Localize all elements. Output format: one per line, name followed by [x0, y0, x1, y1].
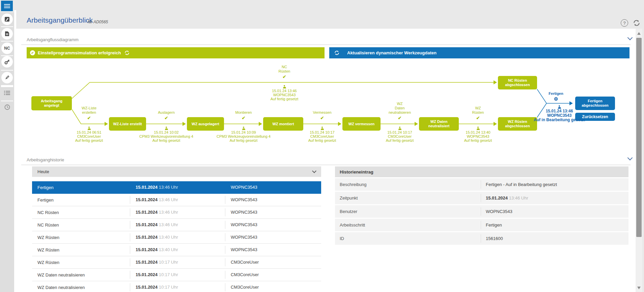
node-nc-ruesten-abgeschlossen[interactable]: NC Rüsten abgschlossen — [498, 76, 537, 89]
update-tooldata-banner[interactable]: Aktualisieren dynamischer Werkzeugdaten — [329, 47, 629, 58]
sidebar — [0, 12, 14, 292]
drill-tool-icon — [4, 75, 10, 81]
table-row[interactable]: WZ Rüsten 15.01.2024 13:40 Uhr WOPNC3543 — [32, 244, 321, 256]
table-row[interactable]: NC Rüsten 15.01.2024 13:46 Uhr WOPNC3543 — [32, 219, 321, 231]
table-row[interactable]: WZ Rüsten 15.01.2024 13:40 Uhr WOPNC3543 — [32, 231, 321, 244]
help-icon: ? — [623, 21, 625, 26]
history-detail-panel: Historieneintrag Beschreibung Fertigen -… — [335, 166, 628, 245]
check-icon: ✔ — [476, 115, 480, 121]
nc-icon: NC — [4, 46, 10, 51]
user-icon — [558, 105, 561, 109]
help-button[interactable]: ? — [621, 19, 628, 27]
transition-wz-ruesten: WZ Rüsten ✔ — [444, 94, 512, 121]
transition-wz-liste-erstellen: WZ-Liste erstellen ✔ — [55, 94, 123, 121]
user-icon — [242, 127, 245, 130]
transition-nc-ruesten: NC Rüsten ✔ — [251, 57, 318, 79]
app-window: NC Arbeitsgangüberblick für AD0565 ? Arb… — [0, 0, 644, 292]
check-icon: ✔ — [398, 115, 402, 121]
detail-row-zeitpunkt: Zeitpunkt 15.01.2024 13:46 Uhr — [335, 192, 628, 204]
table-row[interactable]: Fertigen 15.01.2024 13:46 Uhr WOPNC3543 — [32, 194, 321, 206]
transition-auslagern: Auslagern ✔ — [133, 94, 200, 121]
key-icon — [4, 59, 10, 65]
clock-icon — [4, 104, 10, 111]
sidebar-item-tool[interactable] — [1, 72, 13, 83]
document-icon — [5, 31, 9, 36]
edit-document-icon — [4, 17, 10, 22]
vertical-scrollbar[interactable] — [636, 29, 642, 292]
gear-icon: ⚙ — [554, 96, 558, 102]
table-row[interactable]: WZ Daten neutralisieren 15.01.2024 10:17… — [32, 269, 321, 281]
scroll-down-arrow[interactable] — [637, 287, 641, 289]
history-table: Fertigen 15.01.2024 13:46 Uhr WOPNC3543 … — [32, 181, 321, 292]
page-subtitle: für AD0565 — [88, 20, 108, 24]
table-row[interactable]: NC Rüsten 15.01.2024 13:46 Uhr WOPNC3543 — [32, 206, 321, 219]
refresh-icon — [334, 50, 340, 56]
refresh-icon — [633, 19, 641, 27]
detail-row-arbeitsschritt: Arbeitsschritt Fertigen — [335, 219, 628, 231]
simulation-success-label: Einstellprogrammsimulation erfolgreich — [38, 50, 121, 55]
detail-row-id: ID 1561600 — [335, 232, 628, 245]
user-icon — [321, 127, 324, 130]
transition-wz-daten-neutralisieren: WZ Daten neutralisieren ✔ — [366, 89, 433, 121]
page-title: Arbeitsgangüberblick — [27, 16, 93, 24]
user-icon — [477, 127, 480, 130]
check-icon: ✔ — [283, 74, 286, 79]
top-bar — [0, 0, 644, 10]
sidebar-item-key[interactable] — [1, 56, 13, 68]
check-circle-icon: ✔ — [30, 50, 35, 55]
refresh-icon — [124, 50, 130, 56]
user-icon — [165, 127, 168, 130]
section-history-header: Arbeitsganghistorie — [21, 154, 631, 165]
check-icon: ✔ — [242, 115, 246, 121]
detail-title: Historieneintrag — [335, 166, 628, 177]
sidebar-item-clock[interactable] — [1, 102, 13, 113]
check-icon: ✔ — [320, 115, 324, 121]
user-icon — [398, 127, 401, 130]
table-row[interactable]: Fertigen 15.01.2024 13:46 Uhr WOPNC3543 — [32, 181, 321, 194]
chevron-down-icon — [312, 169, 316, 173]
section-history-title: Arbeitsganghistorie — [27, 157, 64, 162]
scrollbar-thumb[interactable] — [636, 38, 642, 237]
history-group-heute[interactable]: Heute — [32, 166, 321, 177]
table-row[interactable]: WZ Rüsten 15.01.2024 10:17 Uhr CM3CoreUs… — [32, 256, 321, 269]
check-icon: ✔ — [87, 115, 91, 121]
sidebar-item-nc[interactable]: NC — [1, 43, 13, 54]
detail-row-beschreibung: Beschreibung Fertigen - Auf in Bearbeitu… — [335, 178, 628, 191]
group-label: Heute — [37, 169, 49, 174]
transition-fertigen: Fertigen ⚙ — [522, 89, 590, 102]
scroll-up-arrow[interactable] — [637, 32, 641, 35]
update-tooldata-label: Aktualisieren dynamischer Werkzeugdaten — [347, 50, 437, 55]
page-refresh-button[interactable] — [633, 19, 641, 27]
section-flow-title: Arbeitsgangflussdiagramm — [27, 37, 79, 42]
workflow-diagram: Arbeitsgang angelegt WZ-Liste erstellt W… — [16, 62, 636, 151]
user-icon — [283, 85, 286, 88]
user-icon — [88, 127, 91, 130]
table-row[interactable]: WZ Daten neutralisieren 15.01.2024 10:17… — [32, 281, 321, 292]
sidebar-item-list[interactable] — [1, 88, 13, 99]
sidebar-item-edit-document[interactable] — [1, 14, 13, 25]
check-icon: ✔ — [165, 115, 168, 121]
section-flow-header: Arbeitsgangflussdiagramm — [21, 34, 631, 45]
sidebar-item-document[interactable] — [1, 28, 13, 39]
list-icon — [4, 90, 10, 97]
menu-button[interactable] — [1, 1, 13, 11]
detail-row-benutzer: Benutzer WOPNC3543 — [335, 205, 628, 218]
